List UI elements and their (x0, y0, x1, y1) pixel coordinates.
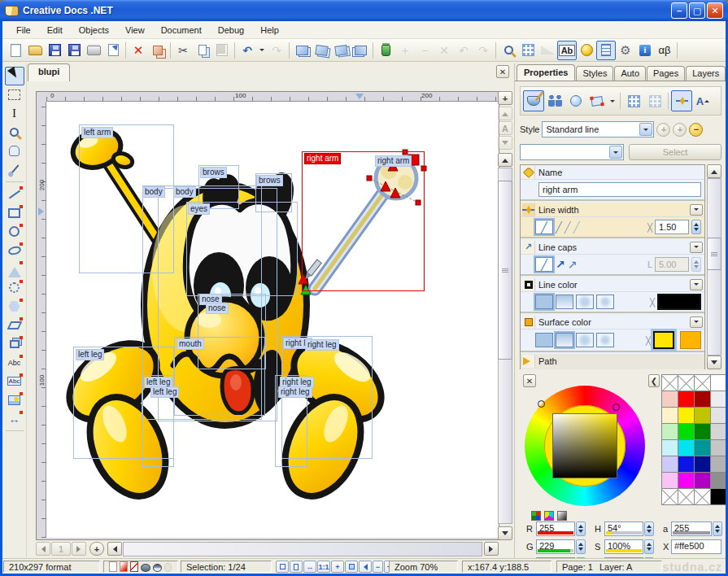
tab-blupi[interactable]: blupi (28, 63, 70, 81)
menu-file[interactable]: File (9, 23, 38, 37)
style-new-button[interactable]: + (656, 123, 670, 137)
section-name-header[interactable]: Name (521, 165, 704, 180)
shape-button[interactable] (586, 90, 608, 111)
scroll-down-button[interactable] (498, 526, 512, 540)
combo-drop-button[interactable] (609, 146, 622, 159)
add-layer-button[interactable]: + (498, 91, 512, 105)
palette-swatch[interactable] (711, 456, 726, 472)
menu-help[interactable]: Help (253, 23, 286, 37)
selection-box-eyes[interactable] (186, 202, 298, 296)
add-page-button[interactable]: + (89, 542, 104, 556)
cap-arrow-filled-button[interactable]: ↗ (556, 258, 565, 271)
tab-auto[interactable]: Auto (614, 66, 646, 81)
fill-gradient-button[interactable] (556, 333, 573, 347)
zoom-selection-button[interactable]: + (331, 561, 344, 573)
menu-edit[interactable]: Edit (40, 23, 70, 37)
palette-swatch[interactable] (711, 391, 726, 407)
palette-swatch[interactable] (678, 391, 694, 407)
ruler-toggle-button[interactable] (538, 41, 557, 60)
rectangle-tool[interactable] (5, 203, 24, 222)
palette-swatch[interactable] (678, 424, 694, 439)
palette-swatch[interactable] (662, 456, 678, 472)
menu-debug[interactable]: Debug (211, 23, 251, 37)
saturation-value-square[interactable] (552, 413, 617, 478)
aggregate-combo[interactable] (520, 144, 624, 160)
tab-layers[interactable]: Layers (686, 66, 726, 81)
s-input[interactable]: 100% (604, 539, 643, 554)
maximize-button[interactable]: ▢ (689, 2, 705, 19)
name-input[interactable]: right arm (538, 182, 701, 197)
fill-radial-button[interactable] (576, 333, 594, 347)
section-path-header[interactable]: Path (521, 354, 704, 369)
combo-drop-button[interactable] (639, 123, 652, 136)
rotate-left-button[interactable]: ↶ (454, 41, 473, 60)
expand-button[interactable] (690, 279, 703, 290)
page-blank-icon[interactable] (109, 561, 117, 572)
palette-swatch[interactable] (711, 424, 726, 439)
select-tool[interactable] (5, 67, 24, 85)
expand-button[interactable] (690, 316, 703, 328)
cap-arrow-open-button[interactable]: ↗ (568, 258, 578, 271)
hand-tool[interactable] (5, 142, 24, 160)
drawing-page[interactable]: left arm brows brows body body eyes righ… (46, 102, 499, 538)
zoom-tool[interactable] (5, 123, 24, 142)
add-button[interactable]: + (395, 41, 415, 60)
g-input[interactable]: 229 (536, 539, 575, 554)
alpha-spinner[interactable] (713, 521, 722, 536)
text-line-tool[interactable]: Abc (5, 353, 24, 372)
line-tool[interactable] (5, 185, 24, 203)
zoom-100-button[interactable]: 1:1 (317, 561, 330, 573)
tab-properties[interactable]: Properties (517, 64, 575, 81)
hex-input[interactable]: #ffe500 (671, 539, 721, 554)
render-quality-button[interactable] (577, 41, 596, 60)
palette-swatch[interactable] (711, 489, 726, 504)
scroll-down-button[interactable] (707, 356, 721, 369)
clear-button[interactable]: ✕ (434, 41, 454, 60)
scroll-up-button[interactable] (707, 164, 721, 178)
bring-forward-button[interactable] (312, 41, 331, 60)
palette-swatch[interactable] (678, 375, 694, 391)
cap-length-input[interactable]: 5.00 (655, 257, 689, 272)
cap-none-button[interactable]: ╱ (535, 257, 553, 272)
palette-swatch[interactable] (662, 424, 678, 439)
ellipse-tool[interactable] (5, 241, 24, 260)
grid-toggle-button[interactable] (518, 41, 538, 60)
line-color-swatch[interactable] (657, 294, 701, 310)
h-spinner[interactable] (644, 521, 654, 536)
palette-swatch[interactable] (711, 408, 726, 423)
style-bucket-button[interactable] (523, 90, 544, 111)
rgb-mode-button[interactable] (531, 511, 541, 521)
zoom-prev-button[interactable] (359, 561, 372, 573)
save-as-button[interactable] (64, 41, 84, 60)
style-combo[interactable]: Standard line (542, 121, 654, 137)
palette-swatch[interactable] (695, 473, 710, 488)
undo-dropdown[interactable] (257, 41, 267, 60)
page-nocolor-icon[interactable] (130, 561, 138, 572)
glyphs-button[interactable]: αβ (655, 41, 674, 60)
r-input[interactable]: 255 (536, 521, 575, 536)
undo-button[interactable]: ↶ (238, 41, 257, 60)
fill-pattern-button[interactable] (596, 333, 614, 347)
vertical-scroll-thumb[interactable] (498, 181, 512, 360)
zoom-page-button[interactable] (290, 561, 303, 573)
palette-swatch[interactable] (662, 408, 678, 423)
cut-button[interactable]: ✂ (173, 41, 193, 60)
title-bar[interactable]: Creative Docs .NET – ▢ ✕ (0, 0, 728, 21)
palette-swatch[interactable] (695, 440, 710, 456)
scroll-up-button[interactable] (498, 153, 512, 167)
palette-swatch[interactable] (662, 473, 678, 488)
info-button[interactable]: i (635, 41, 655, 60)
palette-swatch[interactable] (678, 440, 694, 456)
shape-preview-icon[interactable] (141, 564, 150, 572)
hue-marker-secondary[interactable] (612, 404, 620, 411)
polygon-tool[interactable] (5, 260, 24, 278)
send-backward-button[interactable] (331, 41, 351, 60)
rect-select-tool[interactable] (5, 85, 24, 104)
fill-solid-button[interactable] (535, 295, 553, 309)
regular-polygon-tool[interactable] (5, 297, 24, 316)
send-to-back-button[interactable] (351, 41, 370, 60)
volume-tool[interactable] (5, 334, 24, 353)
zoom-fit-button[interactable] (345, 561, 358, 573)
line-style-dash[interactable]: ╱ (565, 221, 571, 233)
fill-pattern-button[interactable] (596, 295, 614, 309)
